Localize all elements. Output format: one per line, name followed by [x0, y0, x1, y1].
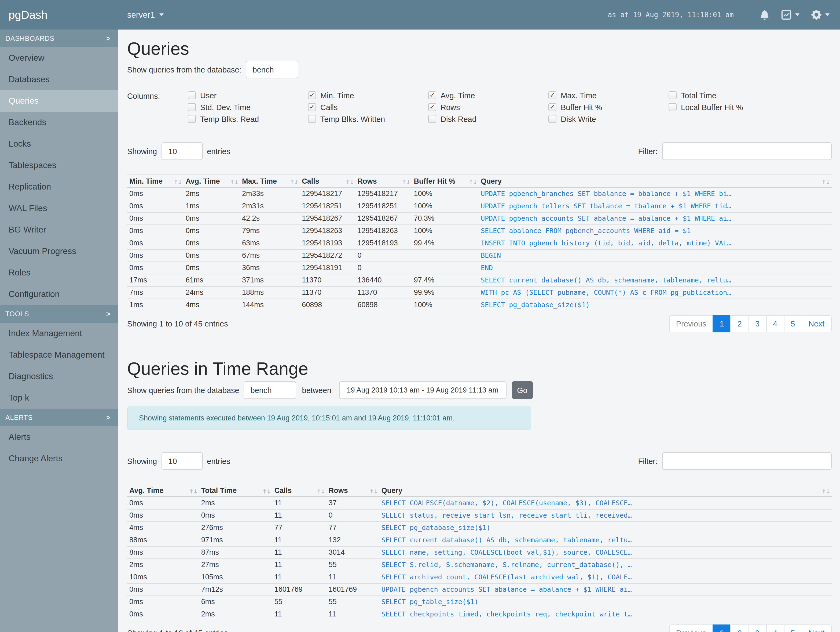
- query-link[interactable]: SELECT status, receive_start_lsn, receiv…: [382, 511, 632, 519]
- column-header-query[interactable]: Query: [478, 175, 831, 187]
- pagination-previous[interactable]: Previous: [669, 624, 714, 632]
- pagination-page[interactable]: 3: [748, 624, 766, 632]
- charts-menu-button[interactable]: [781, 10, 799, 20]
- query-link[interactable]: SELECT pg_database_size($1): [481, 301, 590, 309]
- sidebar-item[interactable]: Queries: [0, 90, 118, 112]
- column-header-rows[interactable]: Rows: [327, 484, 379, 497]
- query-link[interactable]: SELECT pg_table_size($1): [382, 598, 478, 606]
- column-option[interactable]: Temp Blks. Read: [188, 115, 308, 123]
- date-range-input[interactable]: [339, 381, 506, 399]
- query-link[interactable]: SELECT current_database() AS db, scheman…: [481, 276, 731, 284]
- column-option[interactable]: Total Time: [669, 91, 789, 99]
- sidebar-item[interactable]: Databases: [0, 69, 118, 90]
- column-checkbox[interactable]: [548, 115, 556, 123]
- pagination-page[interactable]: 2: [731, 315, 749, 333]
- query-link[interactable]: SELECT checkpoints_timed, checkpoints_re…: [382, 610, 632, 618]
- query-link[interactable]: SELECT abalance FROM pgbench_accounts WH…: [481, 227, 691, 234]
- column-header-avg-time[interactable]: Avg. Time: [127, 484, 199, 497]
- column-option[interactable]: Local Buffer Hit %: [669, 103, 789, 111]
- column-option[interactable]: Disk Write: [548, 115, 669, 123]
- query-link[interactable]: SELECT name, setting, COALESCE(boot_val,…: [382, 548, 632, 556]
- database-input[interactable]: [243, 381, 296, 399]
- pagination-next[interactable]: Next: [801, 315, 831, 333]
- column-checkbox[interactable]: [308, 91, 316, 99]
- column-option[interactable]: Disk Read: [428, 115, 548, 123]
- pagination-page[interactable]: 3: [748, 315, 766, 333]
- sidebar-item[interactable]: Vacuum Progress: [0, 241, 118, 262]
- go-button[interactable]: Go: [512, 381, 533, 399]
- column-header-calls[interactable]: Calls: [300, 175, 355, 187]
- sidebar-section-alerts[interactable]: ALERTS >: [0, 409, 118, 426]
- column-option[interactable]: Temp Blks. Written: [308, 115, 428, 123]
- sidebar-section-tools[interactable]: TOOLS >: [0, 305, 118, 323]
- sidebar-item[interactable]: Top k: [0, 387, 118, 409]
- sidebar-item[interactable]: Overview: [0, 47, 118, 69]
- pagination-page[interactable]: 1: [713, 624, 731, 632]
- query-link[interactable]: SELECT current_database() AS db, scheman…: [382, 536, 632, 544]
- pagination-page[interactable]: 1: [713, 315, 731, 333]
- pagination-page[interactable]: 4: [766, 624, 784, 632]
- query-link[interactable]: SELECT archived_count, COALESCE(last_arc…: [382, 573, 632, 581]
- query-link[interactable]: SELECT pg_database_size($1): [382, 524, 490, 532]
- pagination-page[interactable]: 4: [766, 315, 784, 333]
- pagination-page[interactable]: 5: [784, 624, 802, 632]
- sidebar-item[interactable]: Diagnostics: [0, 366, 118, 387]
- sidebar-item[interactable]: Index Management: [0, 323, 118, 344]
- column-option[interactable]: Std. Dev. Time: [188, 103, 308, 111]
- pagination-next[interactable]: Next: [801, 624, 831, 632]
- column-option[interactable]: User: [188, 91, 308, 99]
- sidebar-item[interactable]: Replication: [0, 176, 118, 198]
- notifications-button[interactable]: [759, 10, 769, 20]
- column-option[interactable]: Min. Time: [308, 91, 428, 99]
- query-link[interactable]: UPDATE pgbench_accounts SET abalance = a…: [382, 585, 632, 593]
- column-checkbox[interactable]: [428, 91, 436, 99]
- sidebar-item[interactable]: Configuration: [0, 284, 118, 305]
- column-header-avg-time[interactable]: Avg. Time: [183, 175, 240, 187]
- pagination-page[interactable]: 5: [784, 315, 802, 333]
- page-size-input[interactable]: [161, 142, 202, 160]
- column-checkbox[interactable]: [308, 115, 316, 123]
- column-header-min-time[interactable]: Min. Time: [127, 175, 183, 187]
- column-option[interactable]: Calls: [308, 103, 428, 111]
- sidebar-item[interactable]: Locks: [0, 133, 118, 155]
- query-link[interactable]: WITH pc AS (SELECT pubname, COUNT(*) AS …: [481, 288, 731, 296]
- settings-menu-button[interactable]: [811, 10, 829, 20]
- query-link[interactable]: END: [481, 264, 493, 272]
- filter-input[interactable]: [662, 452, 831, 470]
- column-option[interactable]: Avg. Time: [428, 91, 548, 99]
- column-checkbox[interactable]: [669, 103, 677, 111]
- column-checkbox[interactable]: [428, 115, 436, 123]
- sidebar-item[interactable]: Tablespaces: [0, 155, 118, 176]
- query-link[interactable]: SELECT COALESCE(datname, $2), COALESCE(u…: [382, 499, 632, 507]
- column-option[interactable]: Rows: [428, 103, 548, 111]
- column-checkbox[interactable]: [548, 91, 556, 99]
- column-header-calls[interactable]: Calls: [272, 484, 327, 497]
- sidebar-item[interactable]: Backends: [0, 112, 118, 133]
- query-link[interactable]: SELECT S.relid, S.schemaname, S.relname,…: [382, 561, 632, 569]
- sidebar-item[interactable]: WAL Files: [0, 198, 118, 219]
- column-checkbox[interactable]: [548, 103, 556, 111]
- column-checkbox[interactable]: [308, 103, 316, 111]
- query-link[interactable]: UPDATE pgbench_accounts SET abalance = a…: [481, 214, 731, 222]
- sidebar-item[interactable]: Alerts: [0, 426, 118, 448]
- column-header-rows[interactable]: Rows: [355, 175, 412, 187]
- server-selector[interactable]: server1: [127, 10, 163, 20]
- sidebar-item[interactable]: Tablespace Management: [0, 344, 118, 366]
- sidebar-section-dashboards[interactable]: DASHBOARDS >: [0, 30, 118, 47]
- column-checkbox[interactable]: [188, 115, 196, 123]
- column-header-max-time[interactable]: Max. Time: [240, 175, 300, 187]
- column-checkbox[interactable]: [188, 103, 196, 111]
- query-link[interactable]: INSERT INTO pgbench_history (tid, bid, a…: [481, 239, 731, 247]
- sidebar-item[interactable]: Change Alerts: [0, 448, 118, 469]
- column-header-total-time[interactable]: Total Time: [199, 484, 272, 497]
- sidebar-item[interactable]: BG Writer: [0, 219, 118, 241]
- database-input[interactable]: [246, 61, 298, 78]
- query-link[interactable]: UPDATE pgbench_tellers SET tbalance = tb…: [481, 202, 731, 210]
- column-option[interactable]: Max. Time: [548, 91, 669, 99]
- column-header-buffer-hit[interactable]: Buffer Hit %: [412, 175, 478, 187]
- column-checkbox[interactable]: [428, 103, 436, 111]
- column-checkbox[interactable]: [188, 91, 196, 99]
- page-size-input[interactable]: [161, 452, 202, 470]
- column-header-query[interactable]: Query: [379, 484, 831, 497]
- sidebar-item[interactable]: Roles: [0, 262, 118, 284]
